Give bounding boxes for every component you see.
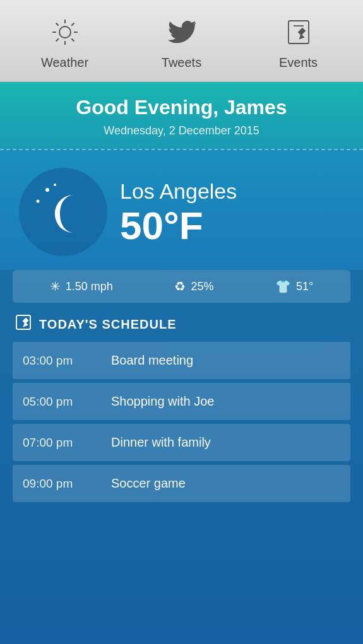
schedule-time: 03:00 pm [23, 354, 92, 368]
feels-like-stat: 👕 51° [275, 279, 313, 294]
wind-icon: ✳ [50, 279, 61, 294]
moon-icon [28, 177, 98, 247]
schedule-row[interactable]: 09:00 pmSoccer game [13, 465, 350, 502]
schedule-row[interactable]: 07:00 pmDinner with family [13, 424, 350, 461]
nav-tweets[interactable]: Tweets [123, 15, 240, 70]
nav-weather[interactable]: Weather [6, 15, 123, 70]
svg-line-7 [71, 23, 74, 26]
schedule-event: Soccer game [111, 476, 186, 491]
pencil-icon [282, 15, 316, 49]
wind-stat: ✳ 1.50 mph [50, 279, 113, 294]
date-text: Wednesday, 2 December 2015 [13, 124, 350, 138]
svg-point-12 [37, 200, 40, 203]
schedule-event: Shopping with Joe [111, 394, 214, 409]
svg-line-5 [56, 23, 58, 26]
temperature: 50°F [120, 206, 237, 245]
schedule-time: 09:00 pm [23, 477, 92, 491]
svg-point-13 [54, 184, 56, 186]
top-navigation: Weather Tweets Events [0, 0, 363, 82]
schedule-rows: 03:00 pmBoard meeting05:00 pmShopping wi… [13, 342, 350, 502]
nav-weather-label: Weather [41, 56, 88, 70]
twitter-icon [165, 15, 199, 49]
svg-point-0 [59, 26, 71, 38]
schedule-row[interactable]: 03:00 pmBoard meeting [13, 342, 350, 379]
schedule-time: 05:00 pm [23, 395, 92, 409]
svg-line-8 [56, 38, 58, 41]
greeting-text: Good Evening, James [13, 96, 350, 119]
svg-line-6 [71, 38, 74, 41]
weather-info: Los Angeles 50°F [120, 179, 237, 245]
svg-point-11 [45, 188, 49, 192]
humidity-value: 25% [191, 280, 213, 293]
schedule-header: TODAY'S SCHEDULE [13, 314, 350, 334]
schedule-header-label: TODAY'S SCHEDULE [39, 317, 176, 332]
weather-section: Los Angeles 50°F [0, 150, 363, 270]
schedule-time: 07:00 pm [23, 436, 92, 450]
nav-tweets-label: Tweets [162, 56, 201, 70]
humidity-stat: ♻ 25% [174, 279, 213, 294]
city-name: Los Angeles [120, 179, 237, 204]
schedule-section: TODAY'S SCHEDULE 03:00 pmBoard meeting05… [0, 314, 363, 502]
nav-events[interactable]: Events [240, 15, 357, 70]
nav-events-label: Events [279, 56, 318, 70]
weather-stats: ✳ 1.50 mph ♻ 25% 👕 51° [13, 270, 350, 303]
schedule-event: Board meeting [111, 353, 193, 368]
svg-rect-14 [16, 315, 30, 329]
humidity-icon: ♻ [174, 279, 186, 294]
schedule-header-icon [15, 314, 32, 334]
feels-like-value: 51° [296, 280, 313, 293]
greeting-section: Good Evening, James Wednesday, 2 Decembe… [0, 82, 363, 149]
wind-value: 1.50 mph [66, 280, 113, 293]
schedule-row[interactable]: 05:00 pmShopping with Joe [13, 383, 350, 420]
shirt-icon: 👕 [275, 279, 291, 294]
sun-icon [48, 15, 82, 49]
weather-icon-circle [19, 168, 107, 256]
schedule-event: Dinner with family [111, 435, 211, 450]
